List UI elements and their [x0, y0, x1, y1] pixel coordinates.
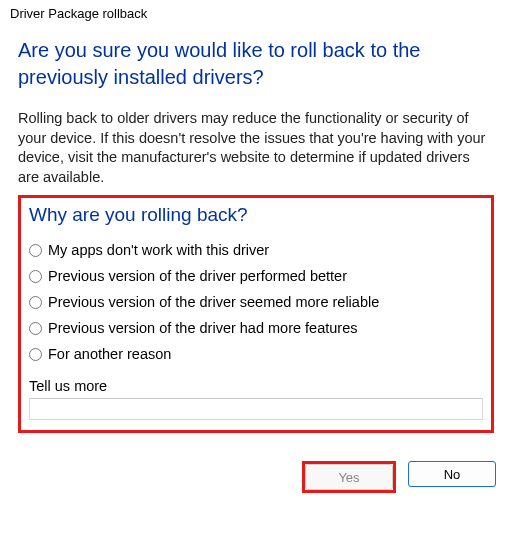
dialog-content: Are you sure you would like to roll back…	[0, 25, 512, 443]
reason-section-highlight: Why are you rolling back? My apps don't …	[18, 195, 494, 433]
reason-option[interactable]: My apps don't work with this driver	[29, 242, 483, 258]
tell-us-more-label: Tell us more	[29, 378, 483, 394]
yes-button[interactable]: Yes	[305, 464, 393, 490]
reason-label: For another reason	[48, 346, 171, 362]
reason-heading: Why are you rolling back?	[29, 204, 483, 226]
reason-label: Previous version of the driver seemed mo…	[48, 294, 379, 310]
dialog-buttons: Yes No	[0, 443, 512, 493]
tell-us-more-input[interactable]	[29, 398, 483, 420]
reason-label: Previous version of the driver performed…	[48, 268, 347, 284]
reason-radio-features[interactable]	[29, 322, 42, 335]
warning-description: Rolling back to older drivers may reduce…	[18, 109, 494, 187]
no-button[interactable]: No	[408, 461, 496, 487]
yes-button-highlight: Yes	[302, 461, 396, 493]
reason-option[interactable]: Previous version of the driver seemed mo…	[29, 294, 483, 310]
reason-radio-other[interactable]	[29, 348, 42, 361]
reason-option[interactable]: For another reason	[29, 346, 483, 362]
reason-radio-group: My apps don't work with this driver Prev…	[29, 242, 483, 362]
reason-radio-performance[interactable]	[29, 270, 42, 283]
confirmation-heading: Are you sure you would like to roll back…	[18, 37, 494, 91]
reason-radio-reliability[interactable]	[29, 296, 42, 309]
window-title: Driver Package rollback	[0, 0, 512, 25]
reason-radio-apps[interactable]	[29, 244, 42, 257]
reason-label: Previous version of the driver had more …	[48, 320, 357, 336]
reason-option[interactable]: Previous version of the driver had more …	[29, 320, 483, 336]
reason-label: My apps don't work with this driver	[48, 242, 269, 258]
reason-option[interactable]: Previous version of the driver performed…	[29, 268, 483, 284]
